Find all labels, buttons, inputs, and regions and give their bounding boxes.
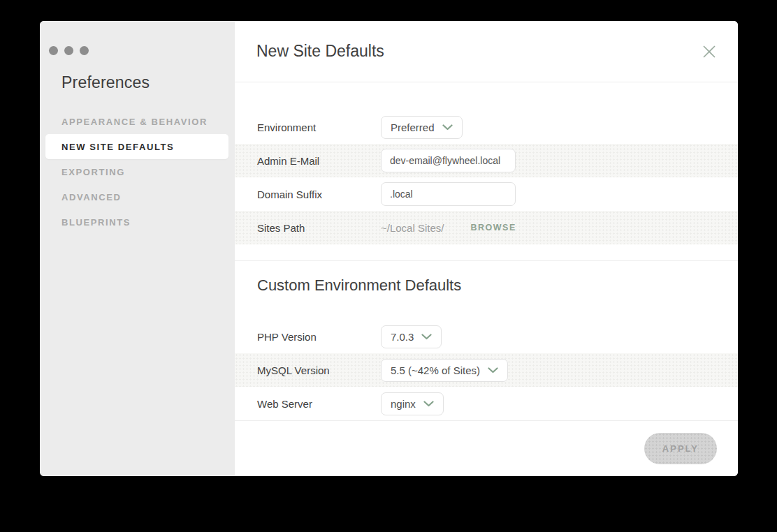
- row-admin-email: Admin E-Mail: [235, 144, 738, 177]
- sidebar-item-appearance-behavior[interactable]: APPEARANCE & BEHAVIOR: [40, 109, 235, 134]
- chevron-down-icon: [488, 367, 498, 374]
- site-defaults-form: Environment Preferred Admin E-Mail Domai…: [235, 110, 738, 244]
- window-zoom-dot-icon[interactable]: [80, 46, 89, 55]
- apply-button[interactable]: APPLY: [644, 433, 717, 464]
- chevron-down-icon: [423, 401, 434, 407]
- browse-button[interactable]: BROWSE: [470, 223, 516, 232]
- sidebar-item-blueprints[interactable]: BLUEPRINTS: [40, 209, 235, 235]
- mysql-version-select[interactable]: 5.5 (~42% of Sites): [381, 359, 508, 382]
- domain-suffix-field[interactable]: [381, 182, 516, 206]
- chevron-down-icon: [442, 124, 453, 131]
- mysql-version-select-value: 5.5 (~42% of Sites): [391, 364, 480, 376]
- row-mysql-version: MySQL Version 5.5 (~42% of Sites): [235, 353, 738, 387]
- window-close-dot-icon[interactable]: [49, 46, 58, 55]
- web-server-select[interactable]: nginx: [381, 392, 444, 415]
- web-server-select-value: nginx: [391, 398, 416, 410]
- panel-footer: APPLY: [235, 420, 738, 476]
- custom-environment-section: Custom Environment Defaults PHP Version …: [235, 260, 738, 420]
- sidebar-item-exporting[interactable]: EXPORTING: [40, 159, 235, 184]
- page-title: New Site Defaults: [256, 42, 699, 61]
- custom-environment-title: Custom Environment Defaults: [235, 276, 738, 295]
- php-version-select-value: 7.0.3: [391, 331, 414, 343]
- close-icon[interactable]: [699, 41, 720, 62]
- row-environment: Environment Preferred: [235, 110, 738, 144]
- sidebar-nav: APPEARANCE & BEHAVIOR NEW SITE DEFAULTS …: [40, 109, 235, 235]
- environment-label: Environment: [257, 121, 381, 133]
- php-version-label: PHP Version: [257, 331, 381, 343]
- domain-suffix-label: Domain Suffix: [257, 189, 381, 200]
- row-domain-suffix: Domain Suffix: [235, 177, 738, 211]
- sidebar-item-advanced[interactable]: ADVANCED: [40, 184, 235, 209]
- main-panel: New Site Defaults Environment Preferred: [235, 21, 738, 476]
- row-sites-path: Sites Path ~/Local Sites/ BROWSE: [235, 211, 738, 244]
- admin-email-field[interactable]: [381, 149, 516, 172]
- admin-email-label: Admin E-Mail: [257, 155, 381, 167]
- custom-environment-form: PHP Version 7.0.3 MySQL Version 5.5 (~42…: [235, 320, 738, 420]
- environment-select[interactable]: Preferred: [381, 116, 463, 139]
- window-controls: [40, 21, 235, 55]
- chevron-down-icon: [421, 334, 432, 340]
- sidebar: Preferences APPEARANCE & BEHAVIOR NEW SI…: [40, 21, 235, 476]
- sidebar-item-new-site-defaults[interactable]: NEW SITE DEFAULTS: [45, 134, 228, 159]
- preferences-window: Preferences APPEARANCE & BEHAVIOR NEW SI…: [40, 21, 738, 476]
- window-minimize-dot-icon[interactable]: [64, 46, 73, 55]
- mysql-version-label: MySQL Version: [257, 364, 381, 376]
- environment-select-value: Preferred: [391, 121, 435, 133]
- sidebar-title: Preferences: [40, 55, 235, 92]
- php-version-select[interactable]: 7.0.3: [381, 325, 442, 348]
- row-php-version: PHP Version 7.0.3: [235, 320, 738, 353]
- panel-header: New Site Defaults: [235, 21, 738, 82]
- row-web-server: Web Server nginx: [235, 387, 738, 420]
- sites-path-value: ~/Local Sites/: [381, 222, 444, 234]
- web-server-label: Web Server: [257, 398, 381, 410]
- sites-path-label: Sites Path: [257, 222, 381, 234]
